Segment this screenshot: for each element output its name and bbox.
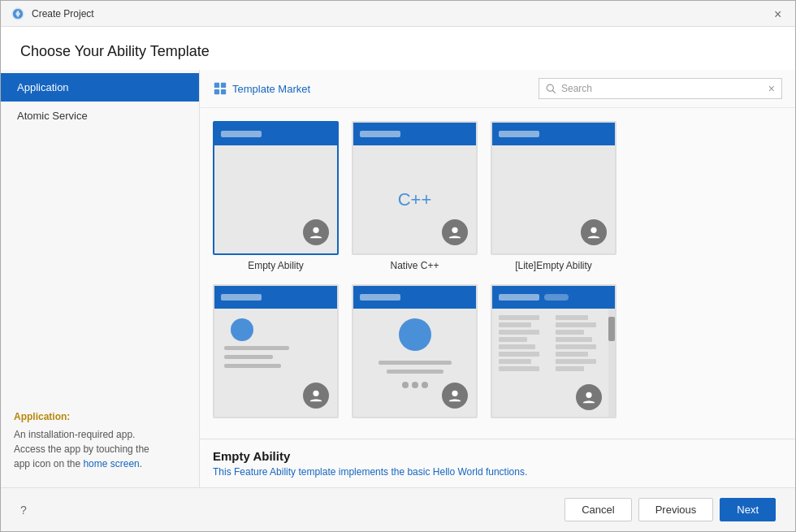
thumb-header xyxy=(353,123,476,145)
dialog-header: Choose Your Ability Template xyxy=(1,27,795,70)
gray-line-2 xyxy=(224,355,273,359)
previous-button[interactable]: Previous xyxy=(638,498,714,521)
template-name-native-cpp: Native C++ xyxy=(390,260,439,271)
grid-bar xyxy=(499,359,531,364)
person-icon xyxy=(581,219,607,245)
sidebar: Application Atomic Service Application: … xyxy=(1,70,200,487)
person-icon xyxy=(442,383,468,409)
content-toolbar: Template Market × xyxy=(200,70,795,108)
svg-point-7 xyxy=(313,227,318,233)
thumb-header-bar xyxy=(221,131,262,137)
thumb-header xyxy=(214,123,337,145)
selected-template-name: Empty Ability xyxy=(213,449,782,463)
close-button[interactable]: × xyxy=(774,8,785,19)
thumb-header-bar xyxy=(221,294,262,301)
template-thumb-empty-ability xyxy=(213,121,339,255)
template-market-tab[interactable]: Template Market xyxy=(213,81,310,96)
svg-point-8 xyxy=(452,227,457,233)
person-icon xyxy=(303,383,329,409)
gray-line-3 xyxy=(224,364,281,368)
grid-bar xyxy=(556,337,592,342)
thumb-header-bar xyxy=(499,131,539,137)
search-clear-button[interactable]: × xyxy=(768,82,775,95)
template-card-feature2[interactable] xyxy=(352,284,478,423)
content-area: Template Market × xyxy=(200,70,795,487)
blue-circle xyxy=(231,318,253,341)
grid-bar xyxy=(499,322,531,327)
template-card-feature3[interactable] xyxy=(491,284,616,423)
grid-bar xyxy=(499,330,539,335)
thumb-body-feature3 xyxy=(492,309,615,417)
large-circle xyxy=(399,318,431,351)
sidebar-item-application[interactable]: Application xyxy=(1,73,199,102)
svg-point-12 xyxy=(586,392,591,398)
template-card-feature1[interactable] xyxy=(213,284,339,423)
selected-template-description: This Feature Ability template implements… xyxy=(213,466,782,478)
search-input[interactable] xyxy=(561,83,764,94)
sidebar-item-atomic-service[interactable]: Atomic Service xyxy=(1,102,199,130)
create-project-window: Create Project × Choose Your Ability Tem… xyxy=(0,0,796,532)
person-icon xyxy=(303,219,329,245)
svg-point-9 xyxy=(591,227,596,233)
grid-bar xyxy=(499,337,527,342)
thumb-body-feature2 xyxy=(353,309,476,417)
grid-bar xyxy=(556,344,596,349)
dot xyxy=(402,382,409,388)
scrollbar-track xyxy=(608,309,615,417)
grid-bar xyxy=(556,359,596,364)
thumb-header xyxy=(492,286,615,309)
selected-template-info: Empty Ability This Feature Ability templ… xyxy=(200,439,795,487)
titlebar-left: Create Project xyxy=(11,6,94,21)
svg-rect-1 xyxy=(214,83,219,88)
thumb-header-bar xyxy=(499,294,539,301)
svg-point-10 xyxy=(313,391,318,396)
thumb-body-lite xyxy=(492,145,615,253)
template-market-label: Template Market xyxy=(232,83,310,95)
dot-row xyxy=(402,382,428,388)
grid-bar xyxy=(499,366,539,371)
grid-bar xyxy=(556,315,588,320)
grid-bar xyxy=(499,344,535,349)
template-card-lite-empty-ability[interactable]: [Lite]Empty Ability xyxy=(491,121,616,271)
template-card-native-cpp[interactable]: C++ Native C++ xyxy=(352,121,478,271)
description-text: An installation-required app. Access the… xyxy=(14,427,186,471)
grid-col-1 xyxy=(499,315,552,410)
thumb-header xyxy=(214,286,337,309)
cancel-button[interactable]: Cancel xyxy=(565,498,631,521)
window-title: Create Project xyxy=(32,8,94,19)
template-name-empty-ability: Empty Ability xyxy=(248,260,304,271)
svg-line-6 xyxy=(553,90,556,93)
template-thumb-feature3 xyxy=(491,284,616,418)
template-thumb-feature1 xyxy=(213,284,339,418)
dialog-body: Application Atomic Service Application: … xyxy=(1,70,795,487)
help-button[interactable]: ? xyxy=(20,504,27,517)
grid-bar xyxy=(499,352,539,357)
thumb-header xyxy=(492,123,615,145)
thumb-header-bar xyxy=(360,131,400,137)
templates-row-1: Empty Ability C++ xyxy=(213,121,782,271)
header-search-bar xyxy=(544,294,569,301)
dot xyxy=(412,382,418,388)
svg-rect-3 xyxy=(214,89,219,94)
grid-bar xyxy=(556,366,584,371)
thumb-header-bar xyxy=(360,294,400,301)
template-card-empty-ability[interactable]: Empty Ability xyxy=(213,121,339,271)
titlebar: Create Project × xyxy=(1,1,795,27)
next-button[interactable]: Next xyxy=(720,498,776,521)
sidebar-description: Application: An installation-required ap… xyxy=(1,396,199,484)
thumb-body-cpp: C++ xyxy=(353,145,476,253)
gray-line-2 xyxy=(387,370,443,374)
templates-row-2 xyxy=(213,284,782,423)
grid-bar xyxy=(556,322,596,327)
person-icon xyxy=(576,384,602,410)
template-market-icon xyxy=(213,81,227,96)
grid-bar xyxy=(556,352,588,357)
scrollbar-thumb xyxy=(608,317,615,341)
dialog-footer: ? Cancel Previous Next xyxy=(1,487,795,531)
thumb-body-feature1 xyxy=(214,309,337,417)
dialog-heading: Choose Your Ability Template xyxy=(20,43,776,60)
description-title: Application: xyxy=(14,409,186,424)
app-icon xyxy=(11,6,25,21)
person-icon xyxy=(442,219,468,245)
template-thumb-feature2 xyxy=(352,284,478,418)
